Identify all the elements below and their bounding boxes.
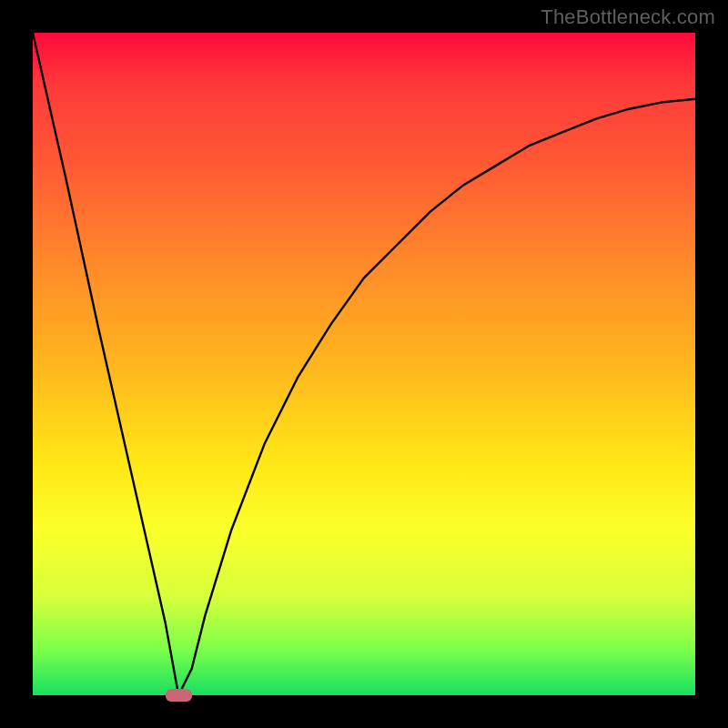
chart-frame: TheBottleneck.com: [0, 0, 728, 728]
plot-area: [33, 33, 695, 695]
curve-path: [33, 33, 695, 695]
optimum-marker: [166, 689, 192, 703]
bottleneck-curve: [33, 33, 695, 695]
watermark-text: TheBottleneck.com: [541, 5, 715, 29]
